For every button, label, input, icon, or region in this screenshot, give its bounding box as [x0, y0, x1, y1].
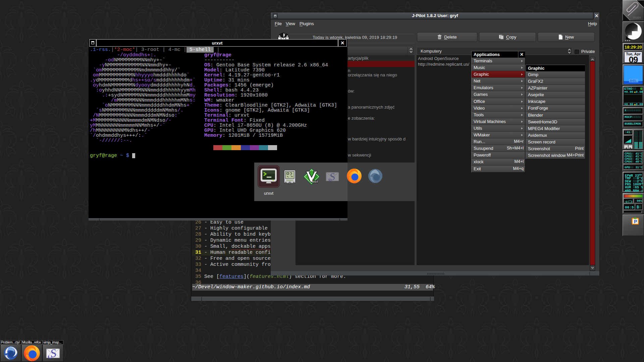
svg-text:im: im [312, 178, 318, 184]
svg-text:P: P [634, 219, 637, 224]
svg-text:S: S [50, 347, 57, 359]
svg-text:main: main [633, 15, 641, 19]
